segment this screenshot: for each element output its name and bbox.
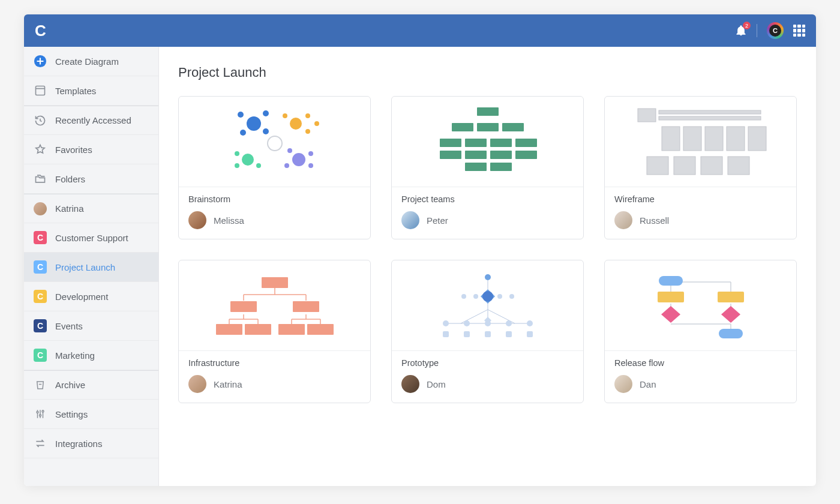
sidebar-space-marketing[interactable]: CMarketing xyxy=(24,341,158,370)
owner-name: Melissa xyxy=(214,215,244,226)
card-meta: BrainstormMelissa xyxy=(179,187,370,239)
sidebar-label: Events xyxy=(55,321,83,331)
sidebar-label: Marketing xyxy=(55,350,95,361)
apps-menu-button[interactable] xyxy=(793,25,805,37)
owner-avatar-icon xyxy=(401,375,419,393)
diagram-card[interactable]: Release flowDan xyxy=(604,260,797,403)
sidebar-space-events[interactable]: CEvents xyxy=(24,311,158,341)
svg-rect-51 xyxy=(262,277,288,288)
sidebar-label: Folders xyxy=(55,174,85,184)
sidebar-label: Customer Support xyxy=(55,233,128,243)
diagram-thumbnail xyxy=(392,97,583,187)
svg-rect-36 xyxy=(515,151,537,159)
sidebar-favorites[interactable]: Favorites xyxy=(24,135,158,164)
card-owner: Dom xyxy=(401,375,574,393)
card-title: Wireframe xyxy=(614,194,787,204)
svg-rect-52 xyxy=(230,301,257,312)
space-icon: C xyxy=(34,319,47,332)
svg-rect-39 xyxy=(638,109,656,122)
svg-rect-49 xyxy=(701,157,722,175)
account-menu[interactable]: C xyxy=(767,22,784,39)
svg-point-9 xyxy=(263,128,269,134)
sliders-icon xyxy=(34,408,47,420)
diagram-card[interactable]: InfrastructureKatrina xyxy=(178,260,371,403)
card-meta: Project teamsPeter xyxy=(392,187,583,239)
plus-circle-icon xyxy=(34,55,47,68)
diagram-card[interactable]: PrototypeDom xyxy=(391,260,584,403)
sidebar-label: Settings xyxy=(55,409,88,419)
svg-point-3 xyxy=(40,415,41,416)
card-owner: Dan xyxy=(614,375,787,393)
sidebar-label: Templates xyxy=(55,86,96,96)
diagram-card[interactable]: WireframeRussell xyxy=(604,96,797,239)
svg-rect-1 xyxy=(36,86,45,95)
sidebar-label: Recently Accessed xyxy=(55,115,131,125)
sidebar-folders[interactable]: Folders xyxy=(24,164,158,194)
svg-rect-56 xyxy=(278,324,305,335)
sidebar-space-project-launch[interactable]: CProject Launch xyxy=(24,253,158,282)
header-bar: C 2 C xyxy=(24,14,816,47)
sidebar-integrations[interactable]: Integrations xyxy=(24,429,158,458)
card-title: Prototype xyxy=(401,358,574,368)
svg-rect-43 xyxy=(683,127,701,151)
sidebar-space-customer-support[interactable]: CCustomer Support xyxy=(24,223,158,253)
star-icon xyxy=(34,143,47,155)
svg-point-10 xyxy=(290,118,302,130)
owner-avatar-icon xyxy=(614,211,632,229)
card-owner: Melissa xyxy=(188,211,361,229)
sidebar-label: Archive xyxy=(55,380,85,390)
sidebar-archive[interactable]: Archive xyxy=(24,370,158,400)
svg-point-69 xyxy=(485,320,491,326)
svg-point-20 xyxy=(292,153,305,166)
svg-rect-34 xyxy=(465,151,487,159)
sidebar-create-diagram[interactable]: Create Diagram xyxy=(24,47,158,76)
owner-name: Russell xyxy=(640,215,669,226)
svg-point-2 xyxy=(37,412,38,413)
notifications-button[interactable]: 2 xyxy=(735,25,747,37)
svg-rect-73 xyxy=(464,331,470,337)
svg-rect-48 xyxy=(674,157,695,175)
card-meta: WireframeRussell xyxy=(605,187,796,239)
sidebar-recent[interactable]: Recently Accessed xyxy=(24,106,158,135)
svg-rect-74 xyxy=(485,331,491,337)
svg-rect-79 xyxy=(718,292,744,302)
space-icon: C xyxy=(34,349,47,362)
svg-rect-55 xyxy=(245,324,271,335)
svg-rect-32 xyxy=(515,139,537,147)
svg-rect-46 xyxy=(748,127,766,151)
svg-point-71 xyxy=(527,320,533,326)
svg-rect-27 xyxy=(477,123,499,131)
owner-avatar-icon xyxy=(401,211,419,229)
sidebar-label: Favorites xyxy=(55,145,92,155)
divider xyxy=(757,24,757,37)
sidebar-space-development[interactable]: CDevelopment xyxy=(24,282,158,311)
notification-badge: 2 xyxy=(743,22,751,29)
sidebar-templates[interactable]: Templates xyxy=(24,76,158,106)
sidebar-label: Katrina xyxy=(55,203,84,214)
card-meta: Release flowDan xyxy=(605,350,796,403)
svg-rect-44 xyxy=(705,127,723,151)
sidebar-label: Development xyxy=(55,292,108,302)
sidebar-label: Create Diagram xyxy=(55,56,119,67)
diagram-thumbnail xyxy=(605,97,796,187)
svg-point-19 xyxy=(256,163,261,168)
diagram-card[interactable]: BrainstormMelissa xyxy=(178,96,371,239)
svg-marker-80 xyxy=(661,306,680,323)
diagram-card[interactable]: Project teamsPeter xyxy=(391,96,584,239)
svg-point-67 xyxy=(443,320,449,326)
svg-point-12 xyxy=(283,113,287,118)
sidebar-spaces-list: CCustomer SupportCProject LaunchCDevelop… xyxy=(24,223,158,370)
svg-point-18 xyxy=(235,163,239,168)
card-owner: Russell xyxy=(614,211,787,229)
owner-name: Dan xyxy=(640,379,656,389)
svg-point-21 xyxy=(308,151,313,156)
card-meta: PrototypeDom xyxy=(392,350,583,403)
brand-logo[interactable]: C xyxy=(35,23,46,38)
svg-point-17 xyxy=(235,151,239,156)
sidebar-settings[interactable]: Settings xyxy=(24,400,158,429)
sidebar-user[interactable]: Katrina xyxy=(24,194,158,223)
card-title: Infrastructure xyxy=(188,358,361,368)
body: Create Diagram Templates Recently Access… xyxy=(24,47,816,486)
owner-name: Katrina xyxy=(214,379,242,389)
archive-icon xyxy=(34,379,47,391)
